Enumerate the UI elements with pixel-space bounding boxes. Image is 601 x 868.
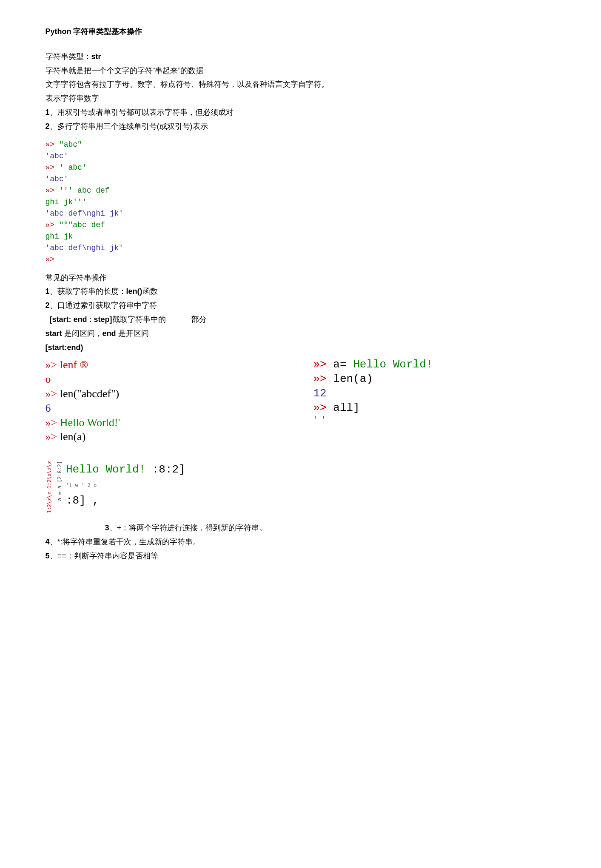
num: 3 — [105, 524, 109, 532]
ops-heading: 常见的字符串操作 — [46, 272, 556, 284]
item4: 4、*:将字符串重复若干次，生成新的字符串。 — [46, 536, 556, 548]
code-block-1: »> "abc" 'abc' »> ' abc' 'abc' »> ''' ab… — [46, 139, 556, 265]
text: len("abcdef") — [60, 387, 120, 400]
range-line: start 是闭区间，end 是开区间 — [46, 327, 556, 340]
rotated-text: 1:2\z\z 1:2\x\z\z — [46, 461, 54, 513]
num: 4 — [46, 538, 50, 546]
code-line: »> a= Hello World! — [313, 358, 556, 372]
ops-item2: 2、口通过索引获取字符串中字符 — [46, 299, 556, 312]
text: 截取字符串中的 — [112, 315, 166, 324]
text: 是开区间 — [116, 329, 149, 338]
two-column-code: »> lenf ® o »> len("abcdef") 6 »> Hello … — [46, 358, 556, 444]
string: ' abc' — [59, 163, 87, 172]
stack-text: a = a [2:8:2] — [57, 461, 63, 501]
string: ''' abc def — [59, 186, 110, 195]
code-line: »> len(a) — [313, 372, 556, 387]
bold: len() — [126, 287, 142, 296]
bold: end — [103, 329, 116, 338]
ops-item1: 1、获取字符串的长度：len()函数 — [46, 285, 556, 298]
code-line: 'abc def\nghi jk' — [46, 208, 556, 219]
text: a= — [333, 358, 353, 371]
num: 5 — [46, 552, 50, 560]
text: 是闭区间， — [62, 329, 103, 338]
rule2: 2、多行字符串用三个连续单引号(或双引号)表示 — [46, 120, 556, 133]
intro-line4: 表示字符串数字 — [46, 92, 556, 105]
code-line: 12 — [313, 387, 556, 401]
prompt: »> — [46, 186, 59, 195]
code-line: ' ' — [313, 416, 556, 424]
prompt: »> — [46, 163, 59, 172]
operations-section: 常见的字符串操作 1、获取字符串的长度：len()函数 2、口通过索引获取字符串… — [46, 272, 556, 354]
prompt: »> — [46, 387, 60, 400]
code-line: »> """abc def — [46, 219, 556, 231]
text: all] — [333, 401, 359, 414]
text: 、多行字符串用三个连续单引号(或双引号)表示 — [50, 122, 208, 131]
text: 、*:将字符串重复若干次，生成新的字符串。 — [50, 538, 200, 546]
slice-line: [start: end : step]截取字符串中的 部分 — [46, 313, 556, 326]
prompt: »> — [46, 221, 59, 229]
string: Hello World! — [66, 463, 145, 476]
page-title: Python 字符串类型基本操作 — [46, 26, 556, 38]
bold: [start: end : step] — [50, 315, 112, 324]
code-line: »> — [46, 254, 556, 265]
text: 、+：将两个字符进行连接，得到新的字符串。 — [109, 524, 267, 532]
text: 、==：判断字符串内容是否相等 — [50, 552, 158, 560]
code-line: 'abc' — [46, 151, 556, 162]
num: 2 — [46, 122, 50, 131]
text: 、用双引号或者单引号都可以表示字符串，但必须成对 — [50, 108, 234, 117]
right-column: »> a= Hello World! »> len(a) 12 »> all] … — [313, 358, 556, 444]
string: "abc" — [59, 140, 82, 149]
intro-section: 字符串类型：str 字符串就是把一个个文字的字符“串起来”的数据 文字字符包含有… — [46, 51, 556, 133]
code-line: »> "abc" — [46, 139, 556, 151]
text: 字符串类型： — [46, 52, 91, 61]
string: """abc def — [59, 221, 105, 229]
num: 2 — [46, 301, 50, 310]
code-line: o — [46, 372, 288, 387]
left-column: »> lenf ® o »> len("abcdef") 6 »> Hello … — [46, 358, 288, 444]
text: 部分 — [191, 313, 207, 326]
text: 、获取字符串的长度： — [50, 287, 126, 296]
text: len(a) — [333, 373, 373, 385]
code-line: »> lenf ® — [46, 358, 288, 372]
title-text: Python 字符串类型基本操作 — [46, 27, 142, 36]
prompt: »> — [46, 430, 60, 443]
text: len(a) — [60, 430, 86, 443]
prompt: »> — [313, 358, 333, 371]
prompt: »> — [46, 416, 60, 429]
prompt: »> — [313, 373, 333, 385]
small-text: 'l w ' 2 o — [66, 481, 185, 489]
code-line: »> len(a) — [46, 430, 288, 444]
range-final: [start:end) — [46, 342, 556, 354]
code-line: 6 — [46, 401, 288, 416]
string: Hello World! — [353, 358, 433, 371]
bottom-list: 3、+：将两个字符进行连接，得到新的字符串。 4、*:将字符串重复若干次，生成新… — [46, 522, 556, 562]
text: 、口通过索引获取字符串中字符 — [50, 301, 157, 310]
prompt: »> — [46, 140, 59, 149]
bold-text: str — [91, 52, 101, 61]
item3: 3、+：将两个字符进行连接，得到新的字符串。 — [105, 522, 556, 534]
code-line: ghi jk — [46, 231, 556, 242]
code-line: ghi jk''' — [46, 196, 556, 208]
text: 函数 — [142, 287, 158, 296]
rule1: 1、用双引号或者单引号都可以表示字符串，但必须成对 — [46, 106, 556, 119]
intro-line1: 字符串类型：str — [46, 51, 556, 63]
text: Hello World!' — [60, 416, 120, 429]
code-line: »> Hello World!' — [46, 416, 288, 430]
prompt: »> — [313, 401, 333, 414]
intro-line2: 字符串就是把一个个文字的字符“串起来”的数据 — [46, 65, 556, 77]
text: :8:2] — [145, 463, 185, 476]
item5: 5、==：判断字符串内容是否相等 — [46, 550, 556, 562]
num: 1 — [46, 287, 50, 296]
code-line: »> all] — [313, 401, 556, 416]
code-line: »> len("abcdef") — [46, 387, 288, 401]
intro-line3: 文字字符包含有拉丁字母、数字、标点符号、特殊符号，以及各种语言文字自字符。 — [46, 78, 556, 91]
code-line: Hello World! :8:2] — [66, 461, 185, 479]
bold: start — [46, 329, 62, 338]
code-line: :8] , — [66, 492, 185, 510]
code-line: »> ' abc' — [46, 162, 556, 174]
code-line: »> ''' abc def — [46, 185, 556, 196]
code-line: 'abc def\nghi jk' — [46, 242, 556, 254]
code-line: 'abc' — [46, 174, 556, 185]
section-3: 1:2\z\z 1:2\x\z\z a = a [2:8:2] Hello Wo… — [46, 461, 556, 562]
num: 1 — [46, 108, 50, 117]
